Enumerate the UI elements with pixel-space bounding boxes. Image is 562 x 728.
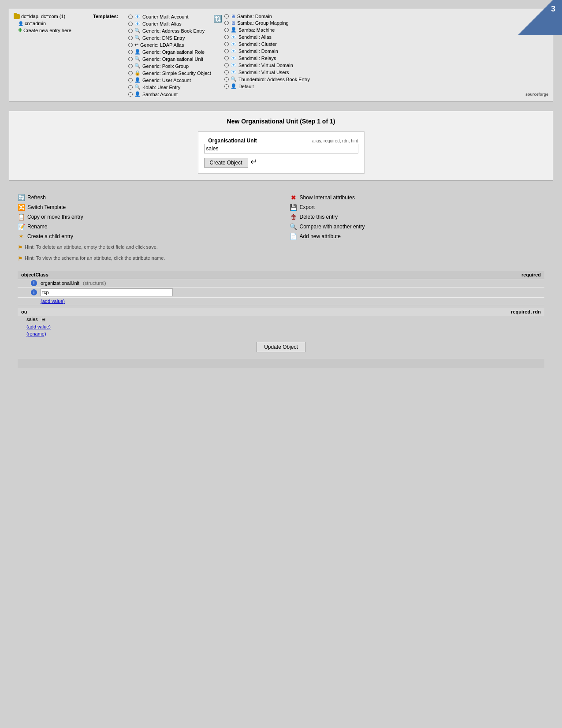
ou-rename-link[interactable]: (rename) <box>26 331 46 336</box>
radio-btn[interactable] <box>224 28 229 32</box>
ou-sales-value: sales <box>26 317 38 322</box>
show-internal-action[interactable]: ✖ Show internal attributes <box>290 194 545 201</box>
radio-btn[interactable] <box>224 77 229 82</box>
radio-btn[interactable] <box>128 71 133 75</box>
template-samba-account[interactable]: 👤 Samba: Account <box>128 91 211 97</box>
switch-template-icon: 🔀 <box>18 204 25 211</box>
refresh-action[interactable]: 🔄 Refresh <box>18 194 272 201</box>
radio-btn[interactable] <box>224 70 229 75</box>
template-thunderbird[interactable]: 🔍 Thunderbird: Address Book Entry <box>224 76 310 82</box>
radio-btn[interactable] <box>128 22 133 26</box>
template-samba-machine[interactable]: 👤 Samba: Machine <box>224 27 310 33</box>
create-child-icon: ✶ <box>18 233 25 240</box>
switch-template-action[interactable]: 🔀 Switch Template <box>18 204 272 211</box>
objectclass-add-value[interactable]: (add value) <box>18 298 544 305</box>
radio-btn[interactable] <box>128 92 133 97</box>
templates-section: dc=ldap, dc=com (1) 👤 cn=admin ✚ Create … <box>9 9 553 102</box>
radio-btn[interactable] <box>128 50 133 54</box>
template-generic-org-unit[interactable]: 🔍 Generic: Organisational Unit <box>128 56 211 62</box>
template-generic-address[interactable]: 🔍 Generic: Address Book Entry <box>128 28 211 34</box>
radio-btn[interactable] <box>128 78 133 82</box>
radio-btn[interactable] <box>224 84 229 89</box>
actions-section: 🔄 Refresh 🔀 Switch Template 📋 Copy or mo… <box>9 190 553 266</box>
ou-add-row[interactable]: (add value) <box>18 323 544 330</box>
show-internal-icon: ✖ <box>290 194 297 201</box>
template-generic-security[interactable]: 🔒 Generic: Simple Security Object <box>128 70 211 76</box>
objectclass-tcp-input[interactable] <box>41 288 173 296</box>
template-samba-domain[interactable]: 🖥 Samba: Domain <box>224 14 310 19</box>
template-sendmail-cluster[interactable]: 📧 Sendmail: Cluster <box>224 41 310 47</box>
template-courier-mail-alias[interactable]: 📧 Courier Mail: Alias <box>128 21 211 26</box>
tree-root[interactable]: dc=ldap, dc=com (1) <box>14 14 89 19</box>
add-attr-action[interactable]: 📄 Add new attribute <box>290 233 545 240</box>
compare-action[interactable]: 🔍 Compare with another entry <box>290 223 545 230</box>
template-label: Sendmail: Domain <box>238 49 278 54</box>
create-object-button[interactable]: Create Object <box>204 158 248 168</box>
template-sendmail-virtual-domain[interactable]: 📧 Sendmail: Virtual Domain <box>224 62 310 68</box>
template-samba-group-mapping[interactable]: 🖥 Samba: Group Mapping <box>224 20 310 26</box>
radio-btn[interactable] <box>224 42 229 46</box>
ou-rename-row[interactable]: (rename) <box>18 330 544 337</box>
template-label: Sendmail: Virtual Users <box>238 70 289 75</box>
template-label: Sendmail: Cluster <box>238 41 277 47</box>
refresh-label: Refresh <box>27 194 46 201</box>
radio-btn[interactable] <box>128 36 133 40</box>
tree-item-admin[interactable]: 👤 cn=admin <box>18 21 89 26</box>
person-icon: 👤 <box>134 77 141 83</box>
template-generic-org-role[interactable]: 👤 Generic: Organisational Role <box>128 49 211 55</box>
template-generic-posix[interactable]: 🔍 Generic: Posix Group <box>128 63 211 69</box>
template-label: Sendmail: Virtual Domain <box>238 63 293 68</box>
radio-btn[interactable] <box>128 29 133 33</box>
hint1-icon: ⚑ <box>18 244 23 251</box>
template-generic-ldap-alias[interactable]: ↩ Generic: LDAP Alias <box>128 42 211 48</box>
templates-col1: 📧 Courier Mail: Account 📧 Courier Mail: … <box>128 14 211 97</box>
template-generic-user[interactable]: 👤 Generic: User Account <box>128 77 211 83</box>
template-sendmail-domain[interactable]: 📧 Sendmail: Domain <box>224 48 310 54</box>
objectclass-add-link[interactable]: (add value) <box>41 299 65 304</box>
export-action[interactable]: 💾 Export <box>290 204 545 211</box>
hint2-icon: ⚑ <box>18 255 23 262</box>
templates-col2: 🖥 Samba: Domain 🖥 Samba: Group Mapping 👤… <box>224 14 310 97</box>
ou-field-hint: alias, required, rdn, hint <box>312 138 358 143</box>
update-object-button[interactable]: Update Object <box>257 342 305 352</box>
template-label: Generic: Organisational Role <box>142 49 205 55</box>
radio-btn[interactable] <box>224 14 229 19</box>
objectclass-label: objectClass <box>21 272 48 277</box>
radio-btn[interactable] <box>224 21 229 25</box>
objectclass-ou-value: organizationalUnit <box>41 280 79 286</box>
radio-btn[interactable] <box>224 56 229 60</box>
person-icon: 👤 <box>231 83 237 89</box>
rename-action[interactable]: 📝 Rename <box>18 223 272 230</box>
radio-btn[interactable] <box>224 35 229 39</box>
radio-btn[interactable] <box>128 57 133 61</box>
template-sendmail-virtual-users[interactable]: 📧 Sendmail: Virtual Users <box>224 69 310 75</box>
delete-action[interactable]: 🗑 Delete this entry <box>290 213 545 220</box>
sendmail-icon: 📧 <box>231 69 237 75</box>
template-default[interactable]: 👤 Default <box>224 83 310 89</box>
ou-name-input[interactable] <box>204 144 358 153</box>
radio-btn[interactable] <box>224 49 229 53</box>
left-panel: dc=ldap, dc=com (1) 👤 cn=admin ✚ Create … <box>14 14 89 97</box>
ou-add-link[interactable]: (add value) <box>26 324 51 329</box>
tree-root-label: dc=ldap, dc=com (1) <box>21 14 65 19</box>
ou-sales-row: sales ⊟ <box>18 316 544 323</box>
template-label: Samba: Account <box>142 92 178 97</box>
tree-item-create[interactable]: ✚ Create new entry here <box>18 27 89 33</box>
template-label: Samba: Machine <box>238 27 275 33</box>
copy-move-action[interactable]: 📋 Copy or move this entry <box>18 213 272 220</box>
template-generic-dns[interactable]: 🔍 Generic: DNS Entry <box>128 35 211 41</box>
create-child-action[interactable]: ✶ Create a child entry <box>18 233 272 240</box>
sourceforge-logo: sourceforge <box>525 93 548 97</box>
radio-btn[interactable] <box>128 64 133 68</box>
template-sendmail-relays[interactable]: 📧 Sendmail: Relays <box>224 55 310 61</box>
search-icon: 🔍 <box>134 35 141 41</box>
template-sendmail-alias[interactable]: 📧 Sendmail: Alias <box>224 34 310 40</box>
sendmail-icon: 📧 <box>231 55 237 61</box>
radio-btn[interactable] <box>224 63 229 67</box>
radio-btn[interactable] <box>128 15 133 19</box>
radio-btn[interactable] <box>128 43 133 47</box>
template-kolab[interactable]: 🔍 Kolab: User Entry <box>128 84 211 90</box>
template-courier-mail-account[interactable]: 📧 Courier Mail: Account <box>128 14 211 19</box>
radio-btn[interactable] <box>128 85 133 90</box>
template-label: Generic: User Account <box>142 78 191 83</box>
